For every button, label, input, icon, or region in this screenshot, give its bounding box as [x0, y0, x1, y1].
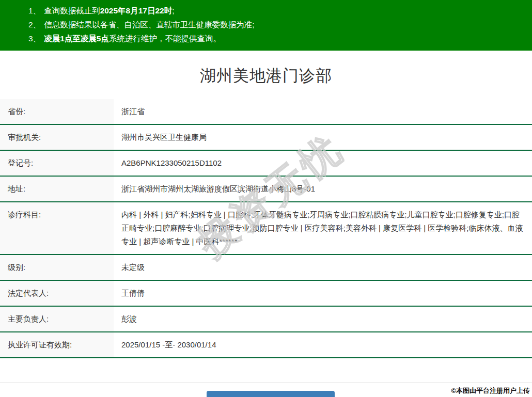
- notice-line: 3、凌晨1点至凌晨5点系统进行维护，不能提供查询。: [0, 31, 532, 45]
- notice-line-text: 查询数据截止到: [44, 6, 100, 15]
- table-row: 地址: 浙江省湖州市湖州太湖旅游度假区滨湖街道小梅山8号-01: [0, 176, 532, 202]
- notice-line-suffix: 系统进行维护，不能提供查询。: [109, 34, 221, 43]
- copyright-watermark: ©本图由平台注册用户上传: [451, 386, 530, 395]
- table-row: 省份: 浙江省: [0, 99, 532, 124]
- notice-line: 1、查询数据截止到2025年8月17日22时;: [0, 4, 532, 18]
- row-label: 登记号:: [0, 150, 114, 176]
- row-value: 未定级: [114, 255, 532, 280]
- info-table: 省份: 浙江省 审批机关: 湖州市吴兴区卫生健康局 登记号: A2B6PNK12…: [0, 99, 532, 358]
- row-label: 审批机关:: [0, 124, 114, 150]
- table-row: 执业许可证有效期: 2025/01/15 -至- 2030/01/14: [0, 332, 532, 358]
- row-value: 彭波: [114, 306, 532, 332]
- row-label: 诊疗科目:: [0, 202, 114, 255]
- row-value: 内科 | 外科 | 妇产科;妇科专业 | 口腔科;牙体牙髓病专业;牙周病专业;口…: [114, 202, 532, 255]
- row-value: 浙江省湖州市湖州太湖旅游度假区滨湖街道小梅山8号-01: [114, 176, 532, 202]
- row-label: 省份:: [0, 99, 114, 124]
- notice-line-text: 信息数据结果以各省、自治区、直辖市卫生健康委数据为准;: [44, 20, 254, 29]
- row-label: 地址:: [0, 176, 114, 202]
- row-label: 级别:: [0, 255, 114, 280]
- notice-line-bold: 凌晨1点至凌晨5点: [44, 34, 109, 43]
- row-value: 浙江省: [114, 99, 532, 124]
- row-value: 2025/01/15 -至- 2030/01/14: [114, 332, 532, 358]
- row-value: 湖州市吴兴区卫生健康局: [114, 124, 532, 150]
- row-label: 主要负责人:: [0, 306, 114, 332]
- table-row: 级别: 未定级: [0, 255, 532, 280]
- notice-line-number: 3、: [28, 34, 41, 43]
- notice-line-number: 2、: [28, 20, 41, 29]
- table-row: 主要负责人: 彭波: [0, 306, 532, 332]
- notice-line-bold: 2025年8月17日22时: [100, 6, 173, 15]
- table-row: 法定代表人: 王倩倩: [0, 280, 532, 306]
- page-title: 湖州美地港门诊部: [0, 65, 532, 87]
- table-row: 诊疗科目: 内科 | 外科 | 妇产科;妇科专业 | 口腔科;牙体牙髓病专业;牙…: [0, 202, 532, 255]
- row-label: 法定代表人:: [0, 280, 114, 306]
- notice-banner: 1、查询数据截止到2025年8月17日22时; 2、信息数据结果以各省、自治区、…: [0, 0, 532, 51]
- bottom-divider: [0, 382, 532, 383]
- notice-line-suffix: ;: [172, 6, 174, 15]
- row-value: 王倩倩: [114, 280, 532, 306]
- row-value: A2B6PNK1233050215D1102: [114, 150, 532, 176]
- notice-line-number: 1、: [28, 6, 41, 15]
- table-row: 审批机关: 湖州市吴兴区卫生健康局: [0, 124, 532, 150]
- notice-line: 2、信息数据结果以各省、自治区、直辖市卫生健康委数据为准;: [0, 18, 532, 31]
- row-label: 执业许可证有效期:: [0, 332, 114, 358]
- table-row: 登记号: A2B6PNK1233050215D1102: [0, 150, 532, 176]
- close-window-button[interactable]: 〖关闭窗口〗: [207, 391, 335, 397]
